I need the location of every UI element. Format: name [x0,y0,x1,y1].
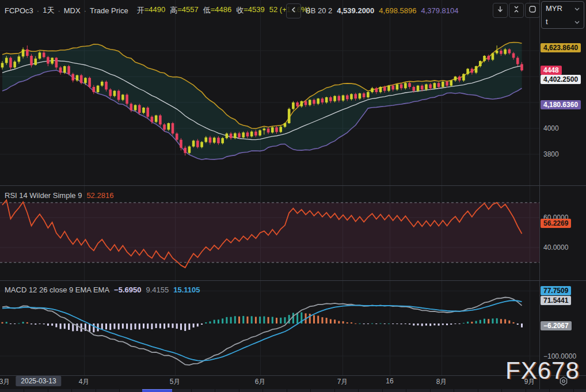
scrollbar-segment-divider [406,389,406,392]
ohlc-low-value: 4486 [215,5,231,16]
arrow-down-icon [496,5,504,16]
macd-signal-value: 15.1105 [173,286,200,294]
scrollbar-segment-divider [454,389,454,392]
currency-value: MYR [546,4,562,13]
chevron-down-icon [574,17,580,26]
maximize-frame-icon [528,5,536,16]
trading-chart-app: 400038004,623.864044484,402.25004,180.63… [0,0,586,392]
horizontal-scrollbar[interactable] [0,389,586,392]
ohlc-high-value: 4557 [182,5,199,16]
scrollbar-segment-divider [48,389,48,392]
series-type-label: Trade Price [90,6,128,15]
scrollbar-segment-divider [215,389,215,392]
scrollbar-segment-divider [262,389,263,392]
pane-divider-price-rsi[interactable] [0,185,586,186]
ohlc-eq: = [211,5,215,16]
scrollbar-segment-divider [71,389,72,392]
legend-collapse-button[interactable] [286,3,301,18]
ohlc-eq: = [144,5,149,16]
interval-label[interactable]: 1天 [43,5,54,16]
ohlc-readout: 开=4490 高=4557 低=4486 收=4539 52 (+1.16%) [137,5,310,16]
rsi-title: RSI 14 Wilder Simple 9 [5,191,82,200]
symbol-legend: FCPOc3 · 1天 · MDX · Trade Price 开=4490 高… [5,5,310,16]
scrollbar-segment-divider [549,389,550,392]
currency-dropdown[interactable]: MYR [542,2,584,15]
ohlc-close-value: 4539 [248,5,265,16]
scrollbar-segment-divider [334,389,335,392]
scrollbar-segment-divider [191,389,192,392]
bb-upper-value: 4,698.5896 [379,6,416,15]
ohlc-high-label: 高 [170,5,177,16]
bb-basis-value: 4,539.2000 [337,6,374,15]
separator: · [37,6,39,15]
scrollbar-segment-divider [119,389,120,392]
macd-hist-value: −5.6950 [114,286,141,294]
time-axis-border [0,375,586,376]
bb-label: BB 20 2 [306,6,332,15]
maximize-pane-button[interactable] [525,3,540,18]
ohlc-open-label: 开 [137,5,144,16]
scrollbar-segment-divider [478,389,478,392]
scrollbar-segment-divider [382,389,383,392]
scrollbar-segment-divider [501,389,502,392]
gear-icon [558,376,569,389]
ohlc-close-label: 收 [236,5,243,16]
unit-dropdown[interactable]: t [542,15,584,28]
scrollbar-segment-divider [96,389,96,392]
unit-value: t [546,17,548,26]
collapse-pane-button[interactable] [509,3,524,18]
macd-title: MACD 12 26 close 9 EMA EMA [5,286,109,294]
ohlc-low-label: 低 [203,5,211,16]
scrollbar-segment-divider [526,389,526,392]
scrollbar-active-segment[interactable] [142,389,172,392]
collapse-vertical-icon [512,5,520,16]
rsi-legend[interactable]: RSI 14 Wilder Simple 9 52.2816 [5,191,113,200]
scrollbar-segment-divider [573,389,574,392]
ohlc-open-value: 4490 [149,5,165,16]
chevron-left-icon [290,6,298,16]
currency-unit-panel: MYR t [541,1,584,29]
price-axis-border [539,0,540,389]
rsi-value: 52.2816 [86,191,113,200]
bb-legend[interactable]: BB 20 2 4,539.2000 4,698.5896 4,379.8104 [306,6,459,15]
separator: · [84,6,86,15]
move-pane-down-button[interactable] [493,3,508,18]
macd-line-value: 9.4155 [146,286,169,294]
ohlc-eq: = [177,5,182,16]
macd-legend[interactable]: MACD 12 26 close 9 EMA EMA −5.6950 9.415… [5,286,200,294]
ohlc-eq: = [243,5,248,16]
scrollbar-segment-divider [430,389,431,392]
time-axis-settings-button[interactable] [556,376,571,388]
scrollbar-segment-divider [24,389,24,392]
scrollbar-segment-divider [358,389,359,392]
bb-lower-value: 4,379.8104 [421,6,458,15]
scrollbar-segment-divider [287,389,287,392]
separator: · [58,6,60,15]
exchange-label: MDX [64,6,81,15]
symbol-name[interactable]: FCPOc3 [5,6,33,15]
scrollbar-segment-divider [239,389,239,392]
chevron-down-icon [574,4,580,13]
pane-divider-rsi-macd[interactable] [0,280,586,281]
scrollbar-segment-divider [310,389,311,392]
